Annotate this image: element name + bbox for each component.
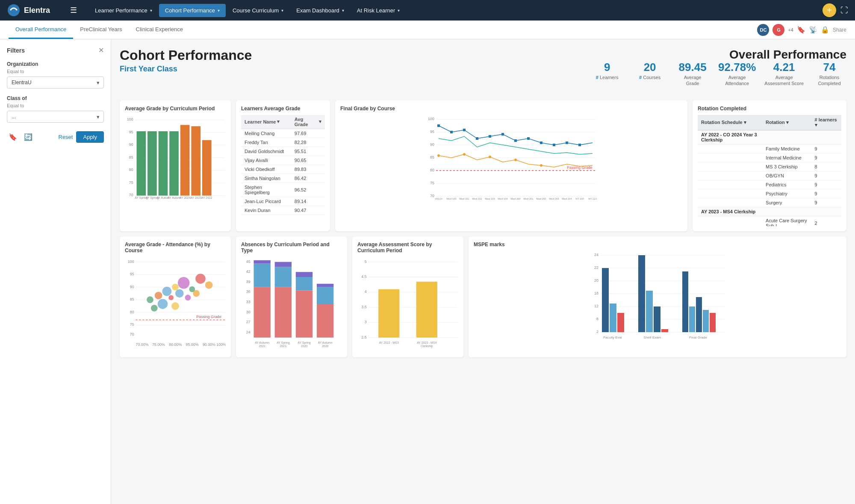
svg-text:18: 18 xyxy=(594,291,598,295)
rotation-item-row: Pediatrics9 xyxy=(698,180,841,189)
col-rotation[interactable]: Rotation ▾ xyxy=(762,115,811,130)
nav-tab-at-risk[interactable]: At Risk Learner ▾ xyxy=(351,4,406,17)
refresh-icon[interactable]: 🔄 xyxy=(22,131,34,143)
svg-text:90: 90 xyxy=(129,142,133,147)
rotation-scroll[interactable]: Rotation Schedule ▾ Rotation ▾ # learner… xyxy=(698,115,841,226)
mspe-chart-title: MSPE marks xyxy=(474,242,841,248)
rotation-schedule-indent xyxy=(698,162,762,171)
table-row: Vijay Aivalli90.65 xyxy=(241,156,325,165)
lock-icon[interactable]: 🔒 xyxy=(821,26,829,34)
rss-icon[interactable]: 📡 xyxy=(809,26,817,34)
table-row: Sintha Naingolan86.42 xyxy=(241,174,325,183)
learner-name-cell: Vicki Obedkoff xyxy=(241,165,291,174)
rotation-completed-title: Rotation Completed xyxy=(698,106,841,112)
logo-icon xyxy=(7,3,21,17)
bookmark-icon[interactable]: 🔖 xyxy=(797,26,805,34)
svg-rect-171 xyxy=(610,304,616,332)
expand-button[interactable]: ⛶ xyxy=(840,6,848,15)
rotation-name-cell: Acute Care Surgery Sub-I xyxy=(762,216,811,226)
table-row: David Goldschmidt95.51 xyxy=(241,147,325,156)
svg-text:Med 204: Med 204 xyxy=(562,197,572,200)
bookmark-filter-icon[interactable]: 🔖 xyxy=(7,131,19,143)
svg-rect-124 xyxy=(275,287,292,337)
svg-text:20: 20 xyxy=(594,278,598,283)
overall-performance-header: Overall Performance 9 # Learners 20 # Co… xyxy=(590,48,846,94)
stat-avg-grade: 89.45 AverageGrade xyxy=(675,62,710,87)
svg-point-58 xyxy=(463,153,466,156)
learner-name-cell: David Goldschmidt xyxy=(241,147,291,156)
final-grade-title: Final Grade by Course xyxy=(340,106,682,112)
rotation-schedule-cell: AY 2023 - MS4 Clerkship xyxy=(698,207,762,216)
svg-text:NT 100: NT 100 xyxy=(575,197,584,200)
svg-point-101 xyxy=(193,290,200,297)
sidebar-footer: 🔖 🔄 Reset Apply xyxy=(7,131,104,143)
learners-table-title: Learners Average Grade xyxy=(241,106,325,112)
tab-preclinical-years[interactable]: PreClinical Years xyxy=(73,21,129,39)
rotation-schedule-indent xyxy=(698,180,762,189)
svg-rect-120 xyxy=(254,263,271,287)
class-filter: Class of Equal to ... xyxy=(7,95,104,123)
svg-rect-135 xyxy=(317,287,333,304)
stat-avg-grade-label: AverageGrade xyxy=(675,74,710,87)
main-layout: Filters ✕ Organization Equal to ElentraU… xyxy=(0,39,855,504)
svg-text:75: 75 xyxy=(430,181,434,185)
tab-overall-performance[interactable]: Overall Performance xyxy=(9,21,73,39)
table-row: Meiling Chang97.69 xyxy=(241,129,325,138)
logo: Elentra xyxy=(7,3,58,17)
rotation-item-row: Surgery9 xyxy=(698,198,841,207)
add-button[interactable]: + xyxy=(823,3,836,17)
nav-tab-course-curriculum[interactable]: Course Curriculum ▾ xyxy=(227,4,289,17)
svg-text:95: 95 xyxy=(430,130,434,134)
svg-text:H5114: H5114 xyxy=(435,197,442,200)
svg-point-96 xyxy=(155,292,162,299)
svg-text:Med 103: Med 103 xyxy=(485,197,495,200)
svg-text:8: 8 xyxy=(596,317,598,321)
learner-name-cell: Meiling Chang xyxy=(241,129,291,138)
col-learner-name[interactable]: Learner Name ▾ xyxy=(241,115,291,129)
svg-point-99 xyxy=(175,289,184,298)
svg-text:100: 100 xyxy=(127,117,133,121)
svg-rect-153 xyxy=(416,281,437,337)
class-select[interactable]: ... xyxy=(7,111,104,123)
svg-rect-151 xyxy=(378,289,399,337)
organization-select[interactable]: ElentraU xyxy=(7,77,104,88)
table-row: Jean-Luc Piccard89.14 xyxy=(241,197,325,206)
svg-text:36: 36 xyxy=(246,289,251,294)
learners-table-card: Learners Average Grade Learner Name ▾ Av… xyxy=(236,100,330,231)
svg-rect-27 xyxy=(202,140,212,195)
svg-point-0 xyxy=(8,4,20,16)
rotation-name-cell: Surgery xyxy=(762,198,811,207)
hamburger-menu[interactable]: ☰ xyxy=(67,4,80,17)
filters-title: Filters xyxy=(7,47,25,54)
nav-tab-learner-performance[interactable]: Learner Performance ▾ xyxy=(89,4,158,17)
close-sidebar-button[interactable]: ✕ xyxy=(98,46,104,54)
absences-svg: 45 42 39 36 33 30 27 24 AY Autum xyxy=(241,257,342,351)
nav-tab-cohort-performance[interactable]: Cohort Performance ▾ xyxy=(159,4,226,17)
svg-rect-129 xyxy=(296,290,313,337)
share-button[interactable]: Share xyxy=(833,27,846,33)
col-rotation-schedule[interactable]: Rotation Schedule ▾ xyxy=(698,115,762,130)
svg-text:AY Spring: AY Spring xyxy=(277,341,289,345)
cohort-info: Cohort Performance First Year Class xyxy=(120,48,252,74)
svg-text:85: 85 xyxy=(430,155,434,159)
stat-courses-value: 20 xyxy=(633,62,667,73)
svg-rect-179 xyxy=(682,271,688,332)
rotation-name-cell: Pediatrics xyxy=(762,180,811,189)
reset-button[interactable]: Reset xyxy=(59,134,73,140)
rotation-item-row: OB/GYN9 xyxy=(698,171,841,180)
chevron-down-icon: ▾ xyxy=(218,8,220,13)
nav-tab-exam-dashboard[interactable]: Exam Dashboard ▾ xyxy=(290,4,350,17)
logo-text: Elentra xyxy=(24,6,50,15)
svg-text:Med 201: Med 201 xyxy=(523,197,534,200)
col-num-learners[interactable]: # learners ▾ xyxy=(811,115,841,130)
cohort-title: Cohort Performance xyxy=(120,48,252,63)
tab-clinical-experience[interactable]: Clinical Experience xyxy=(129,21,190,39)
avg-grade-chart: Average Grade by Curriculum Period 100 9… xyxy=(120,100,231,231)
svg-text:AY 2023 - MS4: AY 2023 - MS4 xyxy=(417,341,436,344)
col-avg-grade[interactable]: Avg Grade ▾ xyxy=(291,115,325,129)
apply-button[interactable]: Apply xyxy=(76,131,104,143)
rotation-name-cell: OB/GYN xyxy=(762,171,811,180)
svg-rect-46 xyxy=(450,131,453,133)
svg-point-59 xyxy=(489,156,491,158)
learner-name-cell: Freddy Tan xyxy=(241,138,291,147)
